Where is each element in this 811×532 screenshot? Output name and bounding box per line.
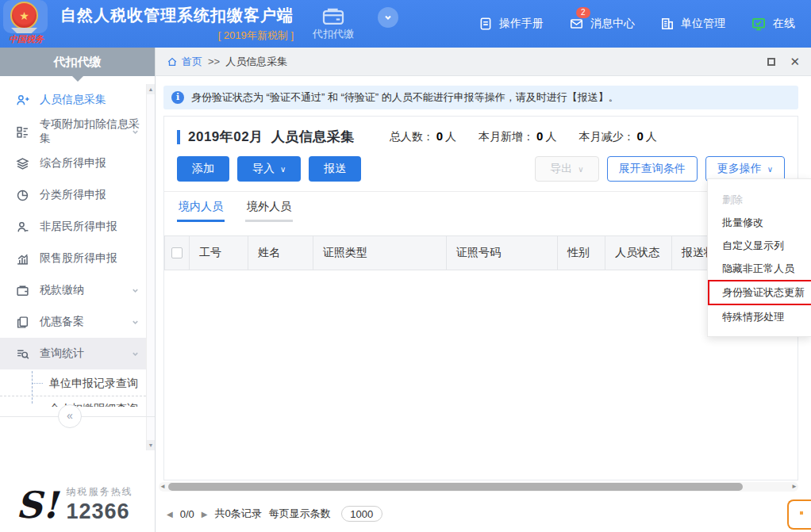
- info-banner: i 身份验证状态为 “验证不通过” 和 “待验证” 的人员不能进行申报等操作，请…: [163, 86, 798, 109]
- layers-icon: [16, 157, 29, 170]
- add-button[interactable]: 添加: [177, 156, 229, 182]
- person-tabs: 境内人员 境外人员: [164, 192, 798, 222]
- stat-total: 总人数：0人: [390, 129, 456, 144]
- sidebar-item-label: 查询统计: [40, 346, 84, 361]
- sidebar-scrollbar[interactable]: ▲ ▼: [146, 84, 155, 450]
- import-button[interactable]: 导入∨: [237, 156, 301, 182]
- sidebar-subitem-company-declare-query[interactable]: 单位申报记录查询: [0, 369, 146, 396]
- stat-month-removed: 本月减少：0人: [578, 129, 656, 144]
- next-page-icon[interactable]: ▶: [202, 510, 208, 519]
- column-header-worker-id[interactable]: 工号: [190, 236, 248, 270]
- tab-foreign-personnel[interactable]: 境外人员: [245, 200, 293, 222]
- horizontal-scrollbar[interactable]: ◄ ►: [159, 482, 798, 492]
- menu-item-delete[interactable]: 删除: [708, 188, 811, 211]
- top-header-bar: ★ 中国税务 自然人税收管理系统扣缴客户端 [ 2019年新税制 ] 代扣代缴: [0, 0, 811, 48]
- app-title: 自然人税收管理系统扣缴客户端: [60, 5, 294, 26]
- top-nav: 操作手册 2 消息中心 单位管理: [479, 17, 795, 32]
- hotline-number: 12366: [66, 499, 133, 524]
- sidebar-item-label: 人员信息采集: [40, 93, 106, 107]
- column-header-name[interactable]: 姓名: [248, 236, 313, 270]
- period-label: 2019年02月: [188, 128, 263, 146]
- chevron-down-icon: ∨: [280, 165, 286, 174]
- manual-label: 操作手册: [499, 17, 544, 31]
- chevron-down-icon: [131, 350, 140, 358]
- sidebar-item-classified-income[interactable]: 分类所得申报: [0, 179, 146, 211]
- scrollbar-thumb[interactable]: [168, 483, 743, 491]
- select-all-checkbox[interactable]: [171, 247, 183, 258]
- sidebar-item-label: 税款缴纳: [40, 283, 84, 297]
- sidebar-item-nonresident-income[interactable]: 非居民所得申报: [0, 211, 146, 243]
- column-header-cert-number[interactable]: 证照号码: [447, 236, 558, 270]
- module-switcher[interactable]: 代扣代缴: [313, 6, 354, 41]
- scroll-left-icon[interactable]: ◄: [160, 482, 166, 492]
- expand-query-button[interactable]: 展开查询条件: [607, 156, 698, 182]
- info-banner-text: 身份验证状态为 “验证不通过” 和 “待验证” 的人员不能进行申报等操作，请及时…: [191, 90, 619, 105]
- hotline-face-icon: S!: [16, 488, 58, 522]
- online-status[interactable]: 在线: [751, 17, 795, 32]
- module-label: 代扣代缴: [313, 27, 354, 41]
- message-count-badge: 2: [576, 7, 590, 18]
- scroll-up-icon[interactable]: ▲: [147, 84, 155, 94]
- sidebar-item-personnel-info-collect[interactable]: 人员信息采集: [0, 84, 146, 116]
- message-center-link[interactable]: 2 消息中心: [569, 17, 635, 31]
- close-icon[interactable]: ✕: [790, 55, 800, 69]
- sidebar-item-label: 优惠备案: [40, 315, 84, 329]
- menu-item-batch-edit[interactable]: 批量修改: [708, 211, 811, 234]
- menu-item-custom-columns[interactable]: 自定义显示列: [708, 234, 811, 257]
- prev-page-icon[interactable]: ◀: [167, 510, 173, 519]
- float-side-button[interactable]: [787, 499, 811, 530]
- wallet-icon: [321, 6, 345, 25]
- toolbar: 添加 导入∨ 报送 导出∨ 展开查询条件 更多操作∨: [164, 149, 798, 192]
- scroll-down-icon[interactable]: ▼: [147, 440, 155, 450]
- main-content: 首页 >> 人员信息采集 ✕ i 身份验证状态为 “验证不通过” 和 “待验证”…: [156, 48, 811, 532]
- maximize-icon[interactable]: [767, 58, 775, 66]
- company-management-label: 单位管理: [681, 17, 725, 31]
- sidebar-item-label: 限售股所得申报: [40, 251, 117, 266]
- column-header-gender[interactable]: 性别: [558, 236, 605, 270]
- sidebar-item-special-deduction-collect[interactable]: 专项附加扣除信息采集: [0, 116, 146, 147]
- app-window: ★ 中国税务 自然人税收管理系统扣缴客户端 [ 2019年新税制 ] 代扣代缴: [0, 0, 811, 532]
- home-icon: [167, 56, 178, 67]
- bar-chart-icon: [16, 252, 29, 266]
- company-management-link[interactable]: 单位管理: [660, 17, 725, 31]
- sidebar-item-preferential-filing[interactable]: 优惠备案: [0, 306, 146, 338]
- sidebar-module-header: 代扣代缴: [0, 48, 155, 76]
- wallet-icon: [16, 284, 29, 297]
- manual-link[interactable]: 操作手册: [479, 17, 544, 31]
- menu-item-hide-abnormal[interactable]: 隐藏非正常人员: [708, 257, 811, 280]
- breadcrumb-separator: >>: [208, 55, 220, 67]
- export-button[interactable]: 导出∨: [535, 156, 598, 182]
- scroll-right-icon[interactable]: ►: [791, 482, 798, 492]
- per-page-input[interactable]: [341, 506, 382, 522]
- collapse-sidebar-button[interactable]: «: [58, 404, 82, 428]
- person-icon: [16, 220, 29, 234]
- person-plus-icon: [16, 94, 29, 107]
- sidebar-item-tax-payment[interactable]: 税款缴纳: [0, 274, 146, 306]
- column-header-cert-type[interactable]: 证照类型: [313, 236, 447, 270]
- sidebar-item-restricted-shares-income[interactable]: 限售股所得申报: [0, 243, 146, 274]
- copy-doc-icon: [16, 316, 29, 329]
- module-dropdown-toggle[interactable]: [378, 7, 398, 28]
- per-page-label: 每页显示条数: [269, 507, 331, 521]
- breadcrumb-home-link[interactable]: 首页: [167, 55, 202, 69]
- menu-item-identity-verify-update[interactable]: 身份验证状态更新: [708, 280, 811, 305]
- content-panel: 2019年02月 人员信息采集 总人数：0人 本月新增：0人 本月减少：0人 添…: [163, 116, 798, 480]
- section-title: 人员信息采集: [271, 128, 355, 146]
- window-controls: ✕: [767, 55, 800, 69]
- tax-bureau-logo: ★ 中国税务: [0, 0, 52, 48]
- sidebar-item-comprehensive-income[interactable]: 综合所得申报: [0, 147, 146, 179]
- sidebar-subitems: 单位申报记录查询 个人扣缴明细查询: [0, 369, 146, 407]
- app-title-block: 自然人税收管理系统扣缴客户端 [ 2019年新税制 ]: [60, 5, 294, 43]
- sidebar-item-label: 专项附加扣除信息采集: [40, 117, 146, 146]
- menu-item-special-cases[interactable]: 特殊情形处理: [708, 305, 811, 328]
- chevron-down-icon: [131, 128, 140, 136]
- table-header-row: 工号 姓名 证照类型 证照号码 性别 人员状态 报送状态: [164, 235, 789, 270]
- sidebar-item-query-statistics[interactable]: 查询统计: [0, 338, 146, 369]
- tab-domestic-personnel[interactable]: 境内人员: [177, 200, 225, 222]
- message-center-label: 消息中心: [590, 17, 635, 31]
- app-subtitle: [ 2019年新税制 ]: [60, 29, 294, 43]
- chevron-down-icon: ∨: [578, 165, 583, 174]
- column-header-person-status[interactable]: 人员状态: [605, 236, 672, 270]
- manual-doc-icon: [479, 17, 493, 31]
- submit-button[interactable]: 报送: [309, 156, 361, 182]
